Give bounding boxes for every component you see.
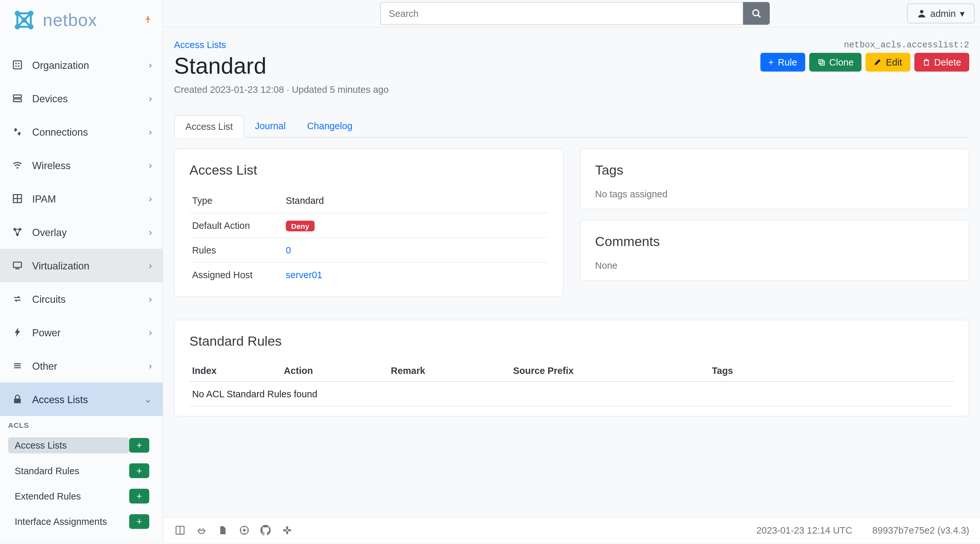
tags-empty: No tags assigned bbox=[595, 189, 667, 199]
sidebar-item-connections[interactable]: Connections › bbox=[0, 115, 163, 148]
sidebar-item-overlay[interactable]: Overlay › bbox=[0, 215, 163, 249]
chevron-right-icon: › bbox=[149, 59, 152, 70]
sidebar-item-power[interactable]: Power › bbox=[0, 316, 163, 349]
sidebar-item-label: Connections bbox=[32, 126, 141, 137]
col-index[interactable]: Index bbox=[189, 360, 281, 381]
svg-rect-11 bbox=[13, 61, 21, 69]
svg-rect-13 bbox=[18, 63, 19, 64]
sidebar-item-label: Virtualization bbox=[32, 260, 141, 271]
breadcrumb[interactable]: Access Lists bbox=[174, 40, 226, 50]
edit-button[interactable]: Edit bbox=[865, 53, 910, 72]
clone-button[interactable]: Clone bbox=[809, 53, 862, 72]
search-input[interactable] bbox=[380, 2, 743, 25]
add-standard-rule-button[interactable]: + bbox=[129, 463, 150, 478]
subnav-interface-assignments[interactable]: Interface Assignments + bbox=[0, 509, 163, 534]
sidebar-item-other[interactable]: Other › bbox=[0, 349, 163, 382]
detail-label: Rules bbox=[189, 238, 283, 262]
svg-rect-46 bbox=[286, 531, 288, 534]
sidebar-item-virtualization[interactable]: Virtualization › bbox=[0, 249, 163, 282]
subnav-label: Extended Rules bbox=[14, 491, 81, 501]
svg-point-6 bbox=[14, 11, 20, 16]
topbar: admin ▾ bbox=[164, 0, 980, 27]
subnav-access-lists[interactable]: Access Lists + bbox=[0, 433, 163, 457]
sidebar-item-organization[interactable]: Organization › bbox=[0, 48, 163, 81]
footer: 2023-01-23 12:14 UTC 89937b7e75e2 (v3.4.… bbox=[164, 517, 980, 542]
pin-sidebar-icon[interactable] bbox=[144, 14, 152, 25]
svg-rect-15 bbox=[18, 65, 19, 67]
col-action[interactable]: Action bbox=[281, 360, 388, 381]
sidebar-item-devices[interactable]: Devices › bbox=[0, 81, 163, 115]
user-menu-button[interactable]: admin ▾ bbox=[907, 3, 974, 23]
svg-point-31 bbox=[753, 10, 759, 16]
svg-rect-48 bbox=[288, 529, 291, 531]
details-card: Access List Type Standard Default Action… bbox=[174, 148, 564, 297]
col-source-prefix[interactable]: Source Prefix bbox=[511, 360, 710, 381]
sidebar-item-circuits[interactable]: Circuits › bbox=[0, 282, 163, 316]
subnav-standard-rules[interactable]: Standard Rules + bbox=[0, 458, 163, 483]
sidebar-item-label: Access Lists bbox=[32, 393, 136, 405]
comments-empty: None bbox=[595, 260, 617, 271]
sidebar-item-label: Organization bbox=[32, 59, 141, 70]
assigned-host-link[interactable]: server01 bbox=[286, 270, 322, 280]
footer-timestamp: 2023-01-23 12:14 UTC bbox=[756, 525, 852, 535]
svg-rect-14 bbox=[15, 65, 17, 67]
subnav-extended-rules[interactable]: Extended Rules + bbox=[0, 484, 163, 508]
chevron-right-icon: › bbox=[149, 293, 152, 304]
tags-card: Tags No tags assigned bbox=[580, 148, 969, 209]
building-icon bbox=[11, 59, 24, 70]
card-title: Standard Rules bbox=[189, 334, 954, 349]
docs-icon[interactable] bbox=[174, 524, 186, 536]
search-form bbox=[380, 2, 770, 25]
shortcuts-icon[interactable] bbox=[217, 524, 229, 536]
subnav-label: Standard Rules bbox=[14, 465, 79, 476]
col-remark[interactable]: Remark bbox=[388, 360, 511, 381]
plug-icon bbox=[11, 126, 24, 137]
chevron-right-icon: › bbox=[149, 160, 152, 170]
add-extended-rule-button[interactable]: + bbox=[129, 489, 150, 503]
detail-label: Type bbox=[189, 189, 283, 213]
rss-icon[interactable] bbox=[238, 524, 250, 536]
add-rule-button[interactable]: + Rule bbox=[760, 53, 805, 72]
rules-empty: No ACL Standard Rules found bbox=[189, 381, 954, 406]
add-access-list-button[interactable]: + bbox=[129, 438, 150, 452]
sidebar-item-wireless[interactable]: Wireless › bbox=[0, 148, 163, 182]
tab-changelog[interactable]: Changelog bbox=[296, 115, 363, 137]
svg-point-9 bbox=[28, 24, 33, 29]
svg-rect-16 bbox=[13, 95, 21, 98]
chevron-right-icon: › bbox=[149, 327, 152, 338]
sidebar-item-ipam[interactable]: IPAM › bbox=[0, 182, 163, 215]
col-tags[interactable]: Tags bbox=[710, 360, 954, 381]
api-icon[interactable] bbox=[196, 524, 208, 536]
tab-journal[interactable]: Journal bbox=[244, 115, 297, 137]
page-title: Standard bbox=[174, 53, 266, 79]
svg-rect-25 bbox=[13, 262, 21, 268]
delete-button[interactable]: Delete bbox=[914, 53, 969, 72]
sidebar-item-label: IPAM bbox=[32, 193, 141, 204]
sidebar-item-label: Overlay bbox=[32, 226, 141, 238]
svg-point-18 bbox=[17, 167, 18, 168]
lock-icon bbox=[11, 394, 24, 404]
svg-point-33 bbox=[920, 10, 923, 13]
chevron-right-icon: › bbox=[149, 193, 152, 204]
subnav-label: Access Lists bbox=[14, 440, 67, 450]
brand-logo[interactable]: netbox bbox=[11, 7, 97, 33]
svg-rect-47 bbox=[283, 529, 286, 531]
netbox-logo-icon bbox=[11, 7, 37, 33]
search-icon bbox=[752, 9, 761, 18]
sidebar-item-access-lists[interactable]: Access Lists ⌄ bbox=[0, 382, 163, 416]
card-title: Comments bbox=[595, 234, 954, 249]
wifi-icon bbox=[11, 160, 24, 170]
chevron-right-icon: › bbox=[149, 360, 152, 371]
rules-count-link[interactable]: 0 bbox=[286, 245, 291, 255]
search-button[interactable] bbox=[743, 2, 770, 25]
tab-access-list[interactable]: Access List bbox=[174, 115, 244, 138]
github-icon[interactable] bbox=[259, 524, 272, 536]
object-path: netbox_acls.accesslist:2 bbox=[844, 40, 969, 50]
slack-icon[interactable] bbox=[281, 524, 293, 536]
card-title: Tags bbox=[595, 163, 954, 178]
add-interface-assignment-button[interactable]: + bbox=[129, 514, 150, 529]
grid-icon bbox=[11, 193, 24, 204]
sidebar: netbox Organization › Devices › Connecti… bbox=[0, 0, 164, 542]
brand-text: netbox bbox=[43, 10, 97, 30]
svg-rect-36 bbox=[924, 61, 928, 65]
